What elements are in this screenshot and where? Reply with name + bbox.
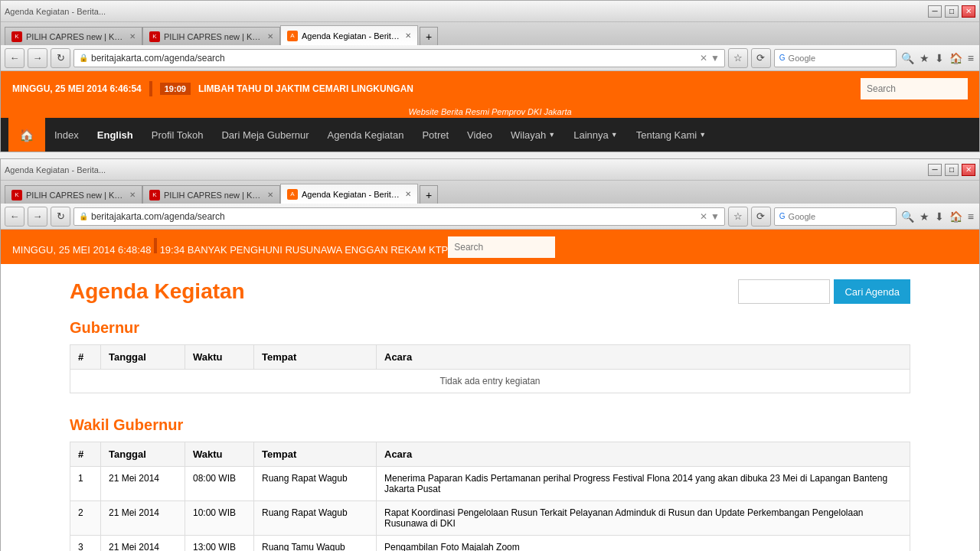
- maximize-button[interactable]: □: [945, 5, 959, 18]
- forward-button-2[interactable]: →: [28, 207, 47, 227]
- bookmark-icon-1[interactable]: ★: [918, 51, 931, 66]
- address-bar-1[interactable]: 🔒 beritajakarta.com/agenda/search ✕ ▼: [74, 49, 725, 67]
- search-box-2[interactable]: [448, 236, 555, 258]
- reload-button-1[interactable]: ⟳: [751, 48, 771, 68]
- nav-potret[interactable]: Potret: [413, 118, 458, 152]
- search-box-1[interactable]: [861, 78, 968, 99]
- forward-button-1[interactable]: →: [28, 48, 47, 68]
- search-bar-nav-1[interactable]: G: [774, 49, 897, 67]
- tabs-bar-1: K PILIH CAPRES new | Kaskus... ✕ K PILIH…: [1, 22, 979, 45]
- agenda-search-input[interactable]: [738, 279, 830, 304]
- reload-icon-1[interactable]: ✕: [700, 53, 707, 64]
- window-controls[interactable]: ─ □ ✕: [928, 5, 975, 18]
- new-tab-button-2[interactable]: +: [420, 185, 438, 204]
- download-icon-1[interactable]: ⬇: [933, 51, 946, 66]
- col-header-acara-1: Acara: [377, 345, 910, 370]
- minimize-button[interactable]: ─: [928, 5, 942, 18]
- tab-close-2[interactable]: ✕: [267, 32, 273, 41]
- menu-icon-1[interactable]: ≡: [966, 51, 975, 66]
- table-row: 3 21 Mei 2014 13:00 WIB Ruang Tamu Wagub…: [70, 536, 910, 552]
- cari-agenda-button[interactable]: Cari Agenda: [834, 279, 910, 304]
- gubernur-table-header: # Tanggal Waktu Tempat Acara: [70, 345, 910, 370]
- nav-index[interactable]: Index: [45, 118, 88, 152]
- tabs-bar-2: K PILIH CAPRES new | Kaskus... ✕ K PILIH…: [1, 181, 979, 204]
- site-header-2: MINGGU, 25 MEI 2014 6:48:48 19:34 BANYAK…: [1, 230, 979, 264]
- page-title: Agenda Kegiatan: [70, 279, 245, 304]
- nav-dari-meja-gubernur[interactable]: Dari Meja Gubernur: [212, 118, 318, 152]
- window-title-2: Agenda Kegiatan - Berita...: [5, 165, 106, 174]
- nav-icons-2: 🔍 ★ ⬇ 🏠 ≡: [900, 209, 975, 224]
- address-text-2: beritajakarta.com/agenda/search: [91, 211, 225, 222]
- main-content: Agenda Kegiatan Cari Agenda Gubernur # T…: [1, 264, 979, 551]
- tab-label-2a: PILIH CAPRES new | Kaskus...: [26, 191, 126, 200]
- tab-kaskus-2b[interactable]: K PILIH CAPRES new | Kaskus... ✕: [142, 185, 280, 204]
- tab-close-2a[interactable]: ✕: [129, 191, 136, 199]
- back-button-2[interactable]: ←: [5, 207, 24, 227]
- home-icon-2[interactable]: 🏠: [948, 209, 964, 224]
- row-waktu: 13:00 WIB: [185, 536, 254, 552]
- refresh-button-1[interactable]: ↻: [51, 48, 70, 68]
- row-tempat: Ruang Rapat Wagub: [254, 501, 377, 536]
- nav-lainnya[interactable]: Lainnya▼: [564, 118, 626, 152]
- search-icon-2[interactable]: 🔍: [900, 209, 916, 224]
- home-icon-1[interactable]: 🏠: [948, 51, 964, 66]
- refresh-button-2[interactable]: ↻: [51, 207, 70, 227]
- site-search-input-1[interactable]: [861, 78, 968, 99]
- news-time-1: 19:09: [160, 83, 191, 95]
- news-ticker-1: MINGGU, 25 MEI 2014 6:46:54 19:09 LIMBAH…: [12, 81, 861, 96]
- col-header-num-1: #: [70, 345, 101, 370]
- logo-text-1: Website Berita Resmi Pemprov DKI Jakarta: [408, 107, 571, 116]
- minimize-button-2[interactable]: ─: [928, 164, 942, 176]
- row-waktu: 10:00 WIB: [185, 501, 254, 536]
- star-button-1[interactable]: ☆: [728, 48, 748, 68]
- search-icon-1[interactable]: 🔍: [900, 51, 916, 66]
- row-tanggal: 21 Mei 2014: [101, 467, 185, 501]
- nav-english[interactable]: English: [88, 118, 142, 152]
- reload-button-2[interactable]: ⟳: [751, 207, 771, 227]
- tab-kaskus-2a[interactable]: K PILIH CAPRES new | Kaskus... ✕: [5, 185, 142, 204]
- col-header-acara-2: Acara: [377, 442, 910, 467]
- bookmark-icon-2[interactable]: ★: [918, 209, 931, 224]
- tab-close-1[interactable]: ✕: [129, 32, 136, 41]
- tab-label-2c: Agenda Kegiatan - Berita...: [302, 190, 401, 199]
- google-search-input-1[interactable]: [789, 54, 894, 63]
- title-bar-left-2: Agenda Kegiatan - Berita...: [5, 165, 106, 174]
- row-num: 3: [70, 536, 101, 552]
- address-bar-2[interactable]: 🔒 beritajakarta.com/agenda/search ✕ ▼: [74, 207, 725, 226]
- tab-agenda-1[interactable]: A Agenda Kegiatan - Berita... ✕: [280, 25, 418, 45]
- tab-label-1: PILIH CAPRES new | Kaskus...: [26, 32, 126, 41]
- reload-icon-2[interactable]: ✕: [700, 211, 707, 222]
- wakil-gubernur-section-title: Wakil Gubernur: [70, 416, 910, 434]
- arrow-down-icon-2: ▼: [710, 211, 720, 222]
- site-logo-bar-1: Website Berita Resmi Pemprov DKI Jakarta: [1, 106, 979, 118]
- close-button[interactable]: ✕: [962, 5, 975, 18]
- tab-agenda-2[interactable]: A Agenda Kegiatan - Berita... ✕: [280, 184, 418, 204]
- nav-video[interactable]: Video: [458, 118, 501, 152]
- close-button-2[interactable]: ✕: [962, 164, 975, 176]
- menu-icon-2[interactable]: ≡: [966, 209, 975, 224]
- search-agenda-area: Cari Agenda: [738, 279, 910, 304]
- nav-agenda-kegiatan[interactable]: Agenda Kegiatan: [318, 118, 413, 152]
- site-search-input-2[interactable]: [448, 236, 555, 258]
- nav-wilayah[interactable]: Wilayah▼: [501, 118, 564, 152]
- tab-close-2b[interactable]: ✕: [267, 191, 273, 199]
- address-lock-icon-2: 🔒: [79, 212, 88, 220]
- nav-bar-2: ← → ↻ 🔒 beritajakarta.com/agenda/search …: [1, 204, 979, 230]
- tab-close-3[interactable]: ✕: [405, 31, 411, 40]
- nav-tentang-kami[interactable]: Tentang Kami▼: [627, 118, 715, 152]
- tab-kaskus-2[interactable]: K PILIH CAPRES new | Kaskus... ✕: [142, 27, 280, 45]
- window-controls-2[interactable]: ─ □ ✕: [928, 164, 975, 176]
- table-row: 2 21 Mei 2014 10:00 WIB Ruang Rapat Wagu…: [70, 501, 910, 536]
- new-tab-button-1[interactable]: +: [420, 27, 438, 45]
- nav-profil-tokoh[interactable]: Profil Tokoh: [142, 118, 213, 152]
- maximize-button-2[interactable]: □: [945, 164, 959, 176]
- star-button-2[interactable]: ☆: [728, 207, 748, 227]
- tab-close-2c[interactable]: ✕: [405, 190, 411, 198]
- tab-kaskus-1[interactable]: K PILIH CAPRES new | Kaskus... ✕: [5, 27, 142, 45]
- page-header-row: Agenda Kegiatan Cari Agenda: [70, 279, 910, 304]
- search-bar-nav-2[interactable]: G: [774, 207, 897, 226]
- download-icon-2[interactable]: ⬇: [933, 209, 946, 224]
- google-search-input-2[interactable]: [789, 212, 894, 221]
- nav-home-btn[interactable]: 🏠: [8, 118, 45, 152]
- back-button-1[interactable]: ←: [5, 48, 24, 68]
